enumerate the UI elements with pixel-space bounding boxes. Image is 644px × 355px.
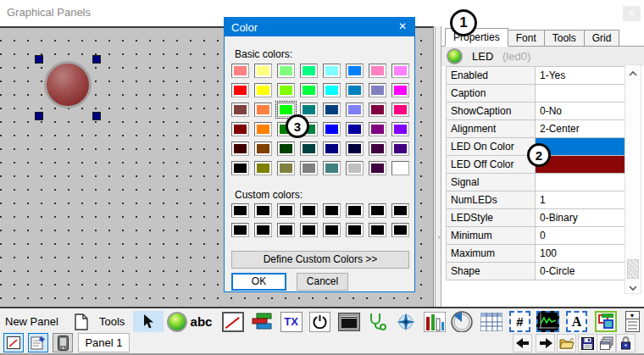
- scroll-down-icon[interactable]: [625, 280, 641, 293]
- custom-color-10[interactable]: [277, 223, 295, 237]
- tx-icon[interactable]: TX: [280, 311, 303, 332]
- selection-handle-sw[interactable]: [35, 112, 43, 120]
- property-row-enabled[interactable]: Enabled1-Yes: [447, 67, 625, 85]
- basic-color-7[interactable]: [391, 64, 409, 78]
- basic-color-25[interactable]: [254, 122, 272, 136]
- basic-color-5[interactable]: [346, 64, 364, 78]
- save-icon[interactable]: [578, 334, 597, 352]
- scrollbar-thumb[interactable]: [627, 259, 639, 279]
- basic-color-41[interactable]: [254, 161, 272, 175]
- tab-tools[interactable]: Tools: [545, 30, 585, 46]
- basic-color-1[interactable]: [254, 64, 272, 78]
- basic-color-15[interactable]: [391, 83, 409, 97]
- arrow-cursor-icon[interactable]: [133, 311, 164, 332]
- property-value[interactable]: 2-Center: [535, 120, 625, 137]
- basic-color-9[interactable]: [254, 83, 272, 97]
- custom-color-8[interactable]: [231, 223, 249, 237]
- basic-color-45[interactable]: [346, 161, 364, 175]
- selection-handle-nw[interactable]: [35, 55, 43, 64]
- property-value[interactable]: 0-No: [535, 103, 625, 119]
- property-row-shape[interactable]: Shape0-Circle: [447, 263, 625, 280]
- custom-color-1[interactable]: [254, 203, 272, 218]
- new-panel-button[interactable]: New Panel: [5, 315, 58, 328]
- property-row-ledstyle[interactable]: LEDStyle0-Binary: [447, 209, 625, 227]
- basic-color-22[interactable]: [369, 103, 386, 117]
- custom-color-4[interactable]: [323, 203, 341, 218]
- color-dialog-titlebar[interactable]: Color ✕: [225, 18, 414, 36]
- led-control[interactable]: [44, 61, 92, 108]
- basic-color-12[interactable]: [323, 83, 341, 97]
- property-row-alignment[interactable]: Alignment2-Center: [447, 120, 625, 138]
- basic-color-44[interactable]: [323, 161, 341, 175]
- knob-icon[interactable]: [449, 311, 475, 332]
- basic-color-29[interactable]: [346, 122, 364, 136]
- table-icon[interactable]: [480, 311, 502, 332]
- basic-color-21[interactable]: [346, 103, 364, 117]
- property-row-numleds[interactable]: NumLEDs1: [447, 191, 625, 209]
- property-value[interactable]: 1-Yes: [535, 67, 625, 84]
- basic-color-36[interactable]: [323, 141, 341, 156]
- grid-hash-icon[interactable]: #: [508, 311, 531, 332]
- custom-color-14[interactable]: [369, 223, 386, 237]
- basic-color-37[interactable]: [346, 141, 364, 156]
- properties-view-icon[interactable]: [28, 333, 48, 352]
- custom-color-0[interactable]: [231, 203, 249, 218]
- custom-color-6[interactable]: [369, 203, 386, 218]
- property-row-caption[interactable]: Caption: [447, 85, 625, 103]
- custom-color-2[interactable]: [277, 203, 295, 218]
- custom-color-5[interactable]: [346, 203, 364, 218]
- cancel-button[interactable]: Cancel: [297, 273, 348, 291]
- basic-color-4[interactable]: [323, 64, 341, 78]
- property-scrollbar[interactable]: [625, 64, 641, 294]
- lcd-display-icon[interactable]: [337, 311, 360, 332]
- panel-splitter[interactable]: ›: [435, 26, 441, 307]
- property-row-maximum[interactable]: Maximum100: [447, 245, 625, 263]
- basic-color-24[interactable]: [231, 122, 249, 136]
- define-custom-colors-button[interactable]: Define Custom Colors >>: [231, 251, 409, 269]
- property-value[interactable]: 1: [535, 191, 625, 208]
- back-icon[interactable]: [513, 334, 532, 352]
- property-value[interactable]: 0: [535, 227, 625, 244]
- basic-color-38[interactable]: [369, 141, 386, 156]
- close-icon[interactable]: ✕: [623, 6, 641, 21]
- basic-color-16[interactable]: [231, 103, 249, 117]
- compass-icon[interactable]: [394, 311, 417, 332]
- bar-graph-icon[interactable]: [423, 311, 446, 332]
- oscilloscope-icon[interactable]: [536, 311, 559, 332]
- basic-color-39[interactable]: [391, 141, 409, 156]
- power-icon[interactable]: [308, 311, 331, 332]
- basic-color-11[interactable]: [300, 83, 318, 97]
- custom-color-15[interactable]: [391, 223, 409, 237]
- basic-color-0[interactable]: [231, 64, 249, 78]
- custom-color-3[interactable]: [300, 203, 318, 218]
- property-value[interactable]: 0-Binary: [535, 209, 625, 226]
- shapes-icon[interactable]: [594, 311, 617, 332]
- panel-tab[interactable]: Panel 1: [78, 333, 130, 352]
- basic-color-42[interactable]: [277, 161, 295, 175]
- basic-color-13[interactable]: [346, 83, 364, 97]
- ribbon-stack-icon[interactable]: [250, 311, 273, 332]
- custom-color-11[interactable]: [300, 223, 318, 237]
- basic-color-32[interactable]: [231, 141, 249, 156]
- basic-color-30[interactable]: [369, 122, 386, 136]
- property-row-minimum[interactable]: Minimum0: [447, 227, 625, 245]
- basic-color-2[interactable]: [277, 64, 295, 78]
- copy-pages-icon[interactable]: [597, 334, 616, 352]
- forward-icon[interactable]: [536, 334, 555, 352]
- custom-color-9[interactable]: [254, 223, 272, 237]
- property-row-signal[interactable]: Signal: [447, 174, 625, 191]
- tab-grid[interactable]: Grid: [585, 30, 620, 46]
- basic-color-17[interactable]: [254, 103, 272, 117]
- basic-color-14[interactable]: [369, 83, 386, 97]
- basic-color-10[interactable]: [277, 83, 295, 97]
- basic-color-47[interactable]: [391, 161, 409, 175]
- basic-color-23[interactable]: [391, 103, 409, 117]
- abc-icon[interactable]: abc: [190, 311, 213, 332]
- basic-color-28[interactable]: [323, 122, 341, 136]
- property-value[interactable]: 0-Circle: [535, 263, 625, 280]
- meter-view-icon[interactable]: [3, 333, 24, 352]
- property-value[interactable]: [535, 174, 625, 191]
- tab-font[interactable]: Font: [508, 30, 545, 46]
- basic-color-40[interactable]: [231, 161, 249, 175]
- property-value[interactable]: [535, 85, 625, 102]
